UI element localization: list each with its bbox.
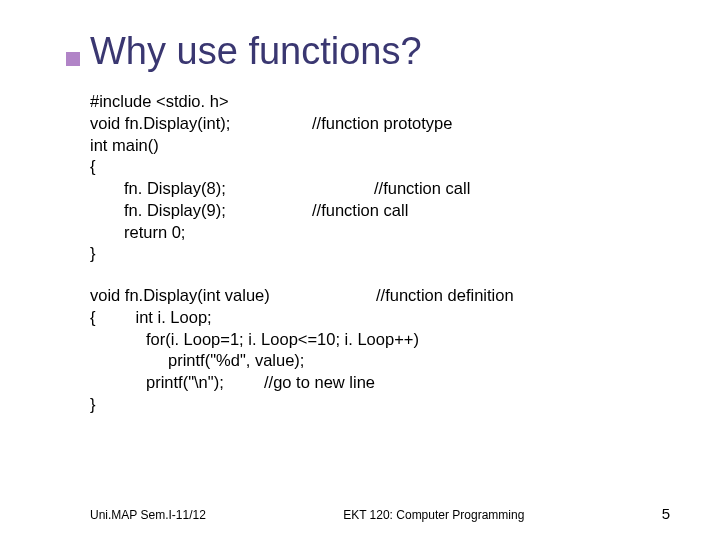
code-text: for(i. Loop=1; i. Loop<=10; i. Loop++) (146, 329, 419, 351)
code-text: int i. Loop; (136, 307, 212, 329)
code-text: return 0; (124, 222, 185, 244)
code-line: } (90, 243, 670, 265)
code-line: int main() (90, 135, 670, 157)
title-area: Why use functions? (90, 30, 670, 73)
blank-line (90, 265, 670, 285)
code-comment: //function definition (376, 285, 514, 307)
code-block: #include <stdio. h> void fn.Display(int)… (90, 91, 670, 416)
code-text: void fn.Display(int value) (90, 285, 306, 307)
code-line: printf("\n");//go to new line (90, 372, 670, 394)
code-text: { (90, 156, 96, 178)
code-comment: //function call (374, 178, 470, 200)
code-comment: //function prototype (312, 113, 452, 135)
code-line: return 0; (90, 222, 670, 244)
code-line: for(i. Loop=1; i. Loop<=10; i. Loop++) (90, 329, 670, 351)
footer: Uni.MAP Sem.I-11/12 EKT 120: Computer Pr… (90, 505, 670, 522)
code-line: { (90, 156, 670, 178)
code-text: int main() (90, 135, 159, 157)
code-line: {int i. Loop; (90, 307, 670, 329)
code-text: printf("%d", value); (168, 350, 304, 372)
slide: Why use functions? #include <stdio. h> v… (0, 0, 720, 540)
code-comment: //go to new line (264, 372, 375, 394)
footer-center: EKT 120: Computer Programming (343, 508, 524, 522)
code-text: #include <stdio. h> (90, 91, 229, 113)
code-text: } (90, 394, 96, 416)
code-comment: //function call (312, 200, 408, 222)
code-line: fn. Display(8);//function call (90, 178, 670, 200)
page-number: 5 (662, 505, 670, 522)
code-text: void fn.Display(int); (90, 113, 290, 135)
code-text: } (90, 243, 96, 265)
code-text: fn. Display(9); (124, 200, 290, 222)
code-line: fn. Display(9);//function call (90, 200, 670, 222)
code-line: } (90, 394, 670, 416)
code-line: void fn.Display(int);//function prototyp… (90, 113, 670, 135)
code-line: printf("%d", value); (90, 350, 670, 372)
footer-left: Uni.MAP Sem.I-11/12 (90, 508, 206, 522)
code-text: fn. Display(8); (124, 178, 290, 200)
code-text: printf("\n"); (146, 372, 256, 394)
accent-square (66, 52, 80, 66)
code-line: #include <stdio. h> (90, 91, 670, 113)
code-line: void fn.Display(int value)//function def… (90, 285, 670, 307)
slide-title: Why use functions? (90, 30, 670, 73)
